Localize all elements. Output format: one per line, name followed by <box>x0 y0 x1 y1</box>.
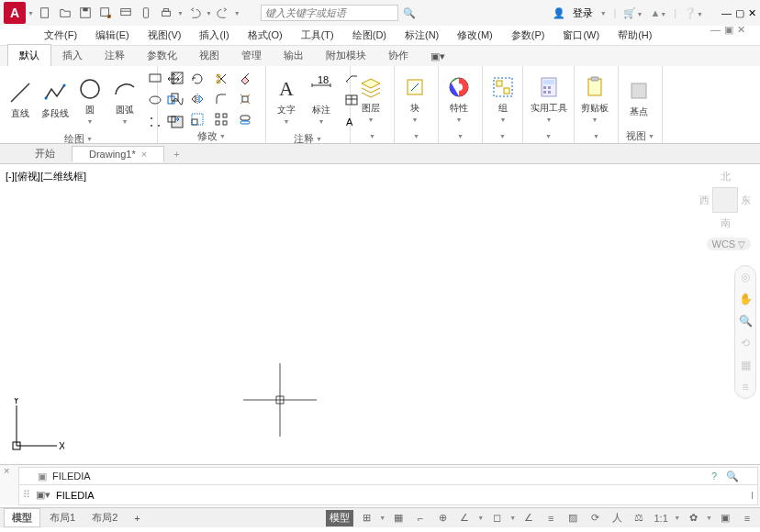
menu-view[interactable]: 视图(V) <box>140 27 189 44</box>
utilities-button[interactable]: 实用工具▼ <box>529 72 569 125</box>
move-icon[interactable] <box>163 69 184 89</box>
cmd-help-icon[interactable]: ? <box>711 471 717 482</box>
status-polar-icon[interactable]: ⊕ <box>433 510 452 526</box>
autodesk-icon[interactable]: ▲▼ <box>650 7 666 18</box>
cmd-search-icon[interactable]: 🔍 <box>726 471 739 482</box>
save-icon[interactable] <box>76 4 95 22</box>
view-cube[interactable]: 北 西东 南 <box>699 170 751 230</box>
status-model-toggle[interactable]: 模型 <box>326 510 353 526</box>
nav-full-icon[interactable]: ◎ <box>738 270 753 284</box>
status-osnap-icon[interactable]: ◻ <box>487 510 506 526</box>
status-lineweight-icon[interactable]: ≡ <box>542 510 560 526</box>
ribbon-tab-output[interactable]: 输出 <box>273 45 315 66</box>
cmd-close-icon[interactable]: × <box>4 465 9 476</box>
sub-restore-icon[interactable]: ▣ <box>724 24 733 36</box>
ribbon-tab-default[interactable]: 默认 <box>7 44 51 66</box>
arc-button[interactable]: 圆弧▼ <box>110 74 140 127</box>
ribbon-tab-parametric[interactable]: 参数化 <box>136 45 188 66</box>
cmd-handle-icon[interactable]: ⠿ <box>23 489 30 501</box>
explode-icon[interactable] <box>235 89 255 109</box>
nav-pan-icon[interactable]: ✋ <box>738 292 753 306</box>
print-icon[interactable] <box>157 4 175 22</box>
group-button[interactable]: 组▼ <box>488 72 518 125</box>
menu-param[interactable]: 参数(P) <box>504 27 553 44</box>
sub-close-icon[interactable]: ✕ <box>737 24 745 36</box>
menu-file[interactable]: 文件(F) <box>37 27 84 44</box>
doctab-close-icon[interactable]: × <box>141 149 147 160</box>
status-iso-icon[interactable]: ∠ <box>455 510 474 526</box>
ribbon-tab-manage[interactable]: 管理 <box>230 45 273 66</box>
copy-icon[interactable] <box>163 89 184 109</box>
view-label[interactable]: [-][俯视][二维线框] <box>6 170 86 183</box>
doctab-new[interactable]: + <box>164 147 188 161</box>
ribbon-tab-collab[interactable]: 协作 <box>377 45 419 66</box>
trim-icon[interactable] <box>211 69 231 89</box>
ucs-icon[interactable]: Y X <box>9 398 64 453</box>
app-logo[interactable]: A <box>4 2 26 24</box>
cart-icon[interactable]: 🛒▼ <box>623 7 643 19</box>
status-grid-icon[interactable]: ⊞ <box>357 510 375 526</box>
doctab-start[interactable]: 开始 <box>18 145 72 162</box>
undo-icon[interactable] <box>185 4 204 22</box>
status-customize-icon[interactable]: ≡ <box>738 510 756 526</box>
open-icon[interactable] <box>56 4 74 22</box>
user-icon[interactable]: 👤 <box>553 7 565 19</box>
ribbon-tab-annotate[interactable]: 注释 <box>94 45 136 66</box>
block-button[interactable]: 块▼ <box>400 72 430 125</box>
minimize-icon[interactable]: — <box>721 7 732 19</box>
app-menu-dropdown[interactable]: ▼ <box>28 10 34 17</box>
scale-icon[interactable] <box>187 109 207 129</box>
layer-button[interactable]: 图层▼ <box>356 72 386 125</box>
command-input[interactable] <box>56 490 745 501</box>
maximize-icon[interactable]: ▢ <box>735 7 744 19</box>
clipboard-button[interactable]: 剪贴板▼ <box>580 72 609 125</box>
ribbon-tab-insert[interactable]: 插入 <box>51 45 94 66</box>
doctab-drawing1[interactable]: Drawing1*× <box>72 146 164 162</box>
erase-icon[interactable] <box>235 69 255 89</box>
redo-icon[interactable] <box>214 4 232 22</box>
status-annoscale-icon[interactable]: ⚖ <box>630 510 648 526</box>
rotate-icon[interactable] <box>187 69 207 89</box>
status-tab-add[interactable]: + <box>127 511 147 526</box>
array-icon[interactable] <box>211 109 231 129</box>
line-button[interactable]: 直线 <box>6 78 35 122</box>
status-cycling-icon[interactable]: ⟳ <box>586 510 604 526</box>
status-gear-icon[interactable]: ✿ <box>684 510 702 526</box>
viewcube-face[interactable] <box>712 187 738 213</box>
wcs-badge[interactable]: WCS ▽ <box>707 238 751 250</box>
status-tab-layout2[interactable]: 布局2 <box>84 509 125 526</box>
stretch-icon[interactable] <box>163 109 184 129</box>
search-icon[interactable]: 🔍 <box>400 4 419 22</box>
status-annomon-icon[interactable]: 人 <box>608 510 626 526</box>
login-link[interactable]: 登录 <box>573 6 593 20</box>
status-clean-icon[interactable]: ▣ <box>716 510 734 526</box>
menu-edit[interactable]: 编辑(E) <box>88 27 137 44</box>
ribbon-tab-more[interactable]: ▣▾ <box>419 47 456 66</box>
properties-button[interactable]: 特性▼ <box>444 72 474 125</box>
offset-icon[interactable] <box>235 109 255 129</box>
circle-button[interactable]: 圆▼ <box>75 74 105 127</box>
status-ortho-icon[interactable]: ⌐ <box>411 510 430 526</box>
drawing-canvas[interactable]: [-][俯视][二维线框] 北 西东 南 WCS ▽ ◎ ✋ 🔍 ⟲ ▦ ≡ Y… <box>0 164 760 464</box>
menu-dim[interactable]: 标注(N) <box>397 27 446 44</box>
close-icon[interactable]: ✕ <box>748 7 756 19</box>
dimension-button[interactable]: 18标注▼ <box>307 74 336 127</box>
nav-zoom-icon[interactable]: 🔍 <box>738 314 753 328</box>
status-transparency-icon[interactable]: ▨ <box>564 510 582 526</box>
search-input[interactable] <box>261 5 398 21</box>
status-tab-layout1[interactable]: 布局1 <box>42 509 83 526</box>
polyline-button[interactable]: 多段线 <box>40 78 70 122</box>
status-scale[interactable]: 1:1 <box>652 510 670 526</box>
sub-minimize-icon[interactable]: — <box>710 24 721 36</box>
menu-insert[interactable]: 插入(I) <box>192 27 236 44</box>
menu-tools[interactable]: 工具(T) <box>294 27 341 44</box>
basepoint-button[interactable]: 基点 <box>624 76 654 120</box>
status-tab-model[interactable]: 模型 <box>4 508 40 527</box>
nav-more-icon[interactable]: ≡ <box>738 380 753 394</box>
text-button[interactable]: A文字▼ <box>272 74 301 127</box>
ribbon-tab-view[interactable]: 视图 <box>188 45 230 66</box>
nav-show-icon[interactable]: ▦ <box>738 358 753 372</box>
mirror-icon[interactable] <box>187 89 207 109</box>
menu-window[interactable]: 窗口(W) <box>555 27 607 44</box>
menu-format[interactable]: 格式(O) <box>240 27 290 44</box>
